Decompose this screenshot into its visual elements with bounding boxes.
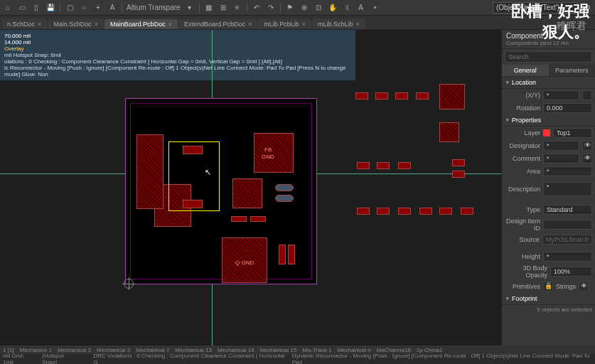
float-comp[interactable] bbox=[377, 162, 390, 169]
float-comp-big[interactable] bbox=[439, 122, 459, 142]
component-ic-3[interactable]: Q GND bbox=[222, 237, 267, 283]
description-label: Description bbox=[505, 186, 540, 193]
home-icon[interactable]: ⌂ bbox=[3, 3, 13, 13]
component-r-2[interactable] bbox=[250, 216, 266, 222]
row-design-item: Design Item ID bbox=[502, 216, 595, 233]
text-icon[interactable]: A bbox=[107, 3, 117, 13]
component-r-4[interactable] bbox=[288, 245, 295, 264]
close-icon[interactable]: × bbox=[38, 21, 41, 28]
vis-button[interactable]: 👁 bbox=[582, 141, 592, 151]
component-pad-2[interactable] bbox=[183, 200, 203, 208]
float-comp[interactable] bbox=[461, 208, 473, 215]
undo-icon[interactable]: ↶ bbox=[252, 3, 262, 13]
float-comp[interactable] bbox=[416, 92, 429, 100]
component-ic-2[interactable]: FB GND bbox=[254, 133, 294, 173]
align-icon[interactable]: ⫴ bbox=[342, 3, 352, 13]
tab-general[interactable]: General bbox=[502, 65, 549, 76]
tab-pcblib[interactable]: mLib.PcbLib× bbox=[258, 19, 311, 29]
tab-schdoc[interactable]: n.SchDoc× bbox=[1, 19, 47, 29]
close-icon[interactable]: × bbox=[302, 21, 306, 28]
pcb-canvas[interactable]: 70.000 mil 14.000 mil Overlay mil Hotspo… bbox=[0, 30, 501, 346]
component-pad-1[interactable] bbox=[183, 146, 203, 154]
tab-extendboard[interactable]: ExtendBoard.PcbDoc× bbox=[178, 19, 257, 29]
tab-mainboard[interactable]: MainBoard.PcbDoc× bbox=[104, 19, 178, 29]
vis-button[interactable]: 👁 bbox=[579, 282, 589, 291]
component-cap-2[interactable] bbox=[275, 195, 294, 202]
float-comp[interactable] bbox=[377, 208, 390, 215]
float-comp[interactable] bbox=[439, 208, 452, 215]
chevron-down-icon[interactable]: ▾ bbox=[185, 3, 195, 13]
tab-parameters[interactable]: Parameters bbox=[549, 65, 596, 76]
close-icon[interactable]: × bbox=[95, 21, 98, 28]
section-properties[interactable]: Properties bbox=[502, 114, 595, 127]
component-cap-1[interactable] bbox=[275, 184, 294, 191]
section-location[interactable]: Location bbox=[502, 77, 595, 89]
description-value[interactable]: * bbox=[543, 182, 592, 196]
design-item-value[interactable] bbox=[543, 220, 592, 230]
xy-extra-button[interactable] bbox=[582, 90, 592, 100]
source-value[interactable]: MyPcbLibrari.b bbox=[542, 235, 592, 245]
designator-value[interactable]: * bbox=[543, 141, 579, 151]
type-value[interactable]: Standard bbox=[543, 205, 592, 215]
rect-icon[interactable]: ▢ bbox=[65, 3, 75, 13]
status-dynamic: Dynamic Reconnector - Moving [Push : Ign… bbox=[292, 353, 592, 364]
ruler-icon[interactable]: ⊞ bbox=[218, 3, 228, 13]
component-hatched-2[interactable] bbox=[136, 134, 164, 209]
separator bbox=[122, 3, 122, 13]
row-description: Description * bbox=[502, 181, 595, 198]
section-footprint[interactable]: Footprint bbox=[502, 293, 595, 305]
save-icon[interactable]: 💾 bbox=[45, 3, 55, 13]
fit-icon[interactable]: ⊡ bbox=[313, 3, 323, 13]
zoom-icon[interactable]: ⊕ bbox=[299, 3, 309, 13]
dot-icon[interactable]: • bbox=[370, 3, 380, 13]
folder-icon[interactable]: ▯ bbox=[31, 3, 41, 13]
float-comp[interactable] bbox=[375, 92, 388, 100]
opacity-value[interactable]: 100% bbox=[550, 267, 592, 277]
label-q-gnd: Q GND bbox=[235, 259, 254, 266]
search-box bbox=[505, 51, 592, 63]
text2-icon[interactable]: A bbox=[356, 3, 366, 13]
height-value[interactable]: * bbox=[543, 252, 592, 262]
float-comp[interactable] bbox=[452, 171, 465, 178]
component-ic-1[interactable] bbox=[232, 178, 262, 208]
float-comp[interactable] bbox=[452, 159, 465, 166]
plus-icon[interactable]: + bbox=[93, 3, 103, 13]
app-title: Altium Transpare bbox=[127, 4, 181, 11]
pan-icon[interactable]: ✋ bbox=[328, 3, 338, 13]
float-comp[interactable] bbox=[357, 162, 370, 169]
search-input[interactable] bbox=[505, 51, 592, 63]
float-comp-big[interactable] bbox=[439, 84, 465, 109]
tab-schlib[interactable]: mLib.SchLib× bbox=[312, 19, 365, 29]
redo-icon[interactable]: ↷ bbox=[266, 3, 276, 13]
overlay-line2: 狠人。 bbox=[511, 22, 589, 43]
comment-value[interactable]: * bbox=[543, 154, 579, 164]
close-icon[interactable]: × bbox=[248, 21, 252, 28]
tab-main-schdoc[interactable]: Main.SchDoc× bbox=[48, 19, 104, 29]
properties-panel: Component Components (and 12 mo General … bbox=[501, 30, 595, 346]
pcb-board[interactable]: FB GND Q GND bbox=[125, 98, 317, 284]
component-r-3[interactable] bbox=[279, 245, 286, 264]
doc-icon[interactable]: ▭ bbox=[17, 3, 27, 13]
lock-icon[interactable]: 🔒 bbox=[543, 282, 553, 291]
flag-icon[interactable]: ⚑ bbox=[285, 3, 295, 13]
coord-x: 70.000 mil bbox=[4, 33, 351, 39]
close-icon[interactable]: × bbox=[356, 21, 360, 28]
layer-icon[interactable]: ≡ bbox=[232, 3, 242, 13]
rotation-value[interactable]: 0.000 bbox=[543, 103, 592, 113]
area-value[interactable]: * bbox=[543, 166, 592, 176]
float-comp[interactable] bbox=[419, 208, 432, 215]
layer-value[interactable]: Top1 bbox=[553, 128, 592, 138]
float-comp[interactable] bbox=[395, 92, 408, 100]
circle-icon[interactable]: ○ bbox=[79, 3, 89, 13]
xy-value[interactable]: * bbox=[543, 90, 579, 100]
grid-icon[interactable]: ▦ bbox=[204, 3, 214, 13]
float-comp[interactable] bbox=[398, 162, 411, 169]
float-comp[interactable] bbox=[357, 208, 370, 215]
comment-label: Comment bbox=[505, 155, 540, 162]
violations-text: olations : 0 Checking : Component Cleara… bbox=[4, 58, 351, 65]
component-r-1[interactable] bbox=[231, 216, 247, 222]
float-comp[interactable] bbox=[355, 92, 368, 100]
float-comp[interactable] bbox=[398, 208, 411, 215]
close-icon[interactable]: × bbox=[168, 21, 172, 28]
vis-button[interactable]: 👁 bbox=[582, 154, 592, 164]
